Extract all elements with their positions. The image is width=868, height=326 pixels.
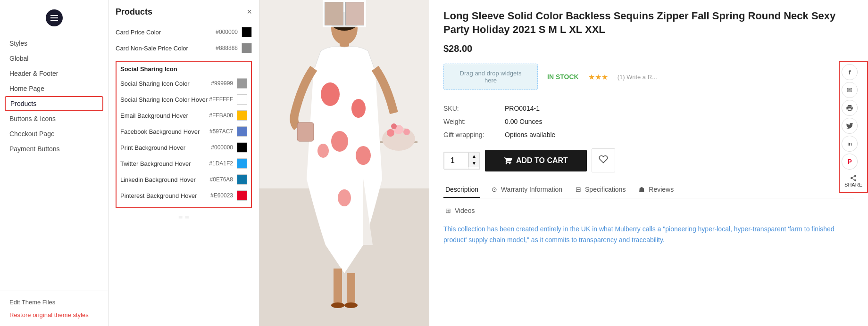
- sidebar-navigation: Styles Global Header & Footer Home Page …: [0, 36, 108, 286]
- card-non-sale-hex: #888888: [216, 45, 238, 51]
- add-to-cart-button[interactable]: ADD TO CART: [485, 150, 587, 171]
- social-icon-color-label: Social Sharing Icon Color: [120, 80, 211, 87]
- panel-close-button[interactable]: ×: [247, 7, 252, 17]
- twitter-bg-hover-hex: #1DA1F2: [209, 160, 233, 167]
- tab-specifications[interactable]: ⊟ Specifications: [574, 182, 627, 198]
- print-bg-hover-row: Print Background Hover #000000: [120, 139, 247, 155]
- svg-point-10: [351, 99, 366, 118]
- quantity-decrease-button[interactable]: ▼: [468, 160, 479, 167]
- heart-icon: [599, 155, 608, 164]
- facebook-bg-hover-hex: #597AC7: [209, 128, 233, 135]
- tab-row-2: ⊞ Videos: [443, 203, 854, 219]
- facebook-bg-hover-swatch[interactable]: [237, 126, 247, 137]
- facebook-bg-hover-row: Facebook Background Hover #597AC7: [120, 123, 247, 139]
- tab-videos[interactable]: ⊞ Videos: [443, 203, 476, 219]
- sidebar-item-payment-buttons[interactable]: Payment Buttons: [0, 141, 108, 156]
- social-icon-hover-row: Social Sharing Icon Color Hover #FFFFFF: [120, 91, 247, 107]
- restore-label-highlight: theme styles: [54, 311, 89, 318]
- reviews-icon: ☗: [639, 186, 645, 193]
- thumbnail-2[interactable]: [345, 2, 364, 25]
- sidebar-item-home-page[interactable]: Home Page: [0, 81, 108, 96]
- weight-label: Weight:: [443, 118, 505, 125]
- edit-theme-files-link[interactable]: Edit Theme Files: [0, 296, 108, 309]
- linkedin-bg-hover-swatch[interactable]: [237, 174, 247, 185]
- social-icon-hover-label: Social Sharing Icon Color Hover: [120, 96, 209, 103]
- svg-point-25: [391, 123, 397, 129]
- write-review-link[interactable]: (1) Write a R...: [618, 73, 657, 81]
- sidebar-item-checkout-page[interactable]: Checkout Page: [0, 126, 108, 141]
- card-non-sale-swatch[interactable]: [242, 43, 252, 53]
- share-twitter-button[interactable]: [842, 118, 858, 134]
- share-email-button[interactable]: ✉: [842, 82, 858, 98]
- product-title: Long Sleeve Solid Color Backless Sequins…: [443, 9, 854, 36]
- print-bg-hover-swatch[interactable]: [237, 142, 247, 153]
- panel-title: Products: [116, 7, 152, 17]
- tab-reviews[interactable]: ☗ Reviews: [637, 182, 676, 198]
- svg-point-18: [344, 302, 358, 308]
- sidebar-item-global[interactable]: Global: [0, 51, 108, 66]
- share-label: SHARE: [844, 182, 862, 187]
- print-icon: [846, 104, 853, 112]
- share-button[interactable]: SHARE: [842, 171, 865, 190]
- share-linkedin-button[interactable]: in: [842, 136, 858, 152]
- social-icon-hover-swatch[interactable]: [237, 94, 247, 105]
- share-facebook-button[interactable]: f: [842, 64, 858, 80]
- share-print-button[interactable]: [842, 100, 858, 116]
- social-icon-hover-hex: #FFFFFF: [209, 96, 233, 103]
- pinterest-bg-hover-row: Pinterest Background Hover #E60023: [120, 187, 247, 204]
- sidebar-item-buttons-icons[interactable]: Buttons & Icons: [0, 111, 108, 126]
- card-non-sale-color-row: Card Non-Sale Price Color #888888: [116, 40, 252, 56]
- email-bg-hover-hex: #FFBA00: [209, 112, 233, 119]
- twitter-bg-hover-swatch[interactable]: [237, 158, 247, 169]
- linkedin-bg-hover-hex: #0E76A8: [210, 176, 233, 183]
- restore-label-prefix: Restore original: [9, 311, 54, 318]
- product-stars: ★★★: [588, 73, 608, 82]
- video-icon: ⊞: [445, 207, 451, 214]
- gift-wrapping-value: Options available: [505, 131, 555, 139]
- pinterest-bg-hover-swatch[interactable]: [237, 190, 247, 201]
- product-detail: Long Sleeve Solid Color Backless Sequins…: [429, 0, 868, 326]
- twitter-bg-hover-label: Twitter Background Hover: [120, 160, 209, 167]
- panel-header: Products ×: [116, 7, 252, 17]
- svg-point-17: [331, 302, 344, 308]
- gift-wrapping-label: Gift wrapping:: [443, 131, 505, 139]
- svg-point-11: [331, 131, 348, 152]
- svg-point-13: [356, 146, 371, 165]
- share-pinterest-button[interactable]: P: [842, 154, 858, 170]
- social-icon-color-row: Social Sharing Icon Color #999999: [120, 75, 247, 91]
- svg-point-12: [317, 144, 329, 158]
- sku-row: SKU: PRO0014-1: [443, 102, 854, 115]
- card-price-label: Card Price Color: [116, 29, 216, 36]
- tab-description[interactable]: Description: [443, 182, 480, 198]
- linkedin-bg-hover-row: Linkedin Background Hover #0E76A8: [120, 171, 247, 187]
- email-bg-hover-label: Email Background Hover: [120, 112, 209, 119]
- restore-theme-link[interactable]: Restore original theme styles: [0, 309, 108, 321]
- warranty-icon: ⊙: [492, 186, 497, 193]
- wishlist-button[interactable]: [592, 148, 615, 172]
- card-non-sale-label: Card Non-Sale Price Color: [116, 45, 216, 52]
- product-status-row: Drag and drop widgets here IN STOCK ★★★ …: [443, 59, 854, 95]
- card-price-hex: #000000: [216, 29, 238, 35]
- weight-value: 0.00 Ounces: [505, 118, 542, 125]
- sidebar-logo: [46, 9, 63, 26]
- tab-warranty[interactable]: ⊙ Warranty Information: [490, 182, 564, 198]
- sidebar-item-header-footer[interactable]: Header & Footer: [0, 66, 108, 81]
- quantity-increase-button[interactable]: ▲: [468, 153, 479, 160]
- svg-rect-19: [297, 122, 314, 141]
- sidebar-item-products[interactable]: Products: [5, 96, 103, 111]
- quantity-input[interactable]: [444, 153, 468, 169]
- thumbnail-1[interactable]: [325, 2, 343, 25]
- product-price: $28.00: [443, 43, 854, 54]
- social-icon-color-swatch[interactable]: [237, 78, 247, 89]
- quantity-input-wrap: ▲ ▼: [443, 152, 480, 170]
- card-price-swatch[interactable]: [242, 27, 252, 37]
- svg-point-22: [387, 129, 394, 137]
- sidebar-item-styles[interactable]: Styles: [0, 36, 108, 51]
- email-bg-hover-swatch[interactable]: [237, 110, 247, 121]
- drag-handle: = =: [116, 213, 252, 221]
- product-meta: SKU: PRO0014-1 Weight: 0.00 Ounces Gift …: [443, 102, 854, 141]
- social-icon-color-hex: #999999: [211, 80, 233, 87]
- svg-rect-0: [50, 15, 58, 16]
- svg-rect-16: [347, 273, 355, 306]
- svg-rect-1: [50, 17, 58, 18]
